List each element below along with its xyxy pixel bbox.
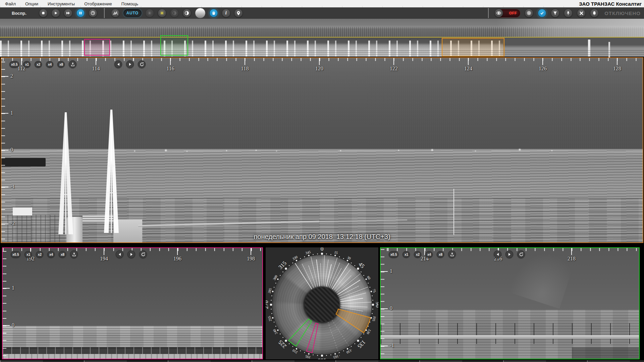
compass-dot: [365, 279, 367, 280]
zoom-button-x0.5[interactable]: x0.5: [9, 61, 19, 68]
zoom-button-x2[interactable]: x2: [36, 251, 43, 258]
histogram-button[interactable]: [111, 9, 120, 17]
main-pan-right-button[interactable]: [126, 60, 134, 68]
ruler-minor-ticks: [1, 58, 643, 61]
zoom-button-x0.5[interactable]: x0.5: [11, 251, 20, 258]
pink-reset-button[interactable]: [139, 250, 147, 258]
pink-foreground: [3, 354, 262, 359]
ruler-label-198: 198: [243, 256, 259, 262]
timeline-strip[interactable]: [0, 360, 644, 362]
location-pin-icon: [236, 11, 241, 16]
green-reset-button[interactable]: [517, 250, 525, 258]
info-button[interactable]: i: [222, 9, 230, 17]
green-pan-left-button[interactable]: [494, 250, 501, 258]
compass-panel[interactable]: 0153045607590105120135150165180195210225…: [266, 247, 378, 359]
compass-label-270: 270: [266, 300, 269, 309]
scale-major-tick: [1, 224, 8, 224]
zoom-button-x2[interactable]: x2: [35, 61, 42, 68]
zoom-button-x2[interactable]: x2: [414, 251, 421, 258]
brightness-low-icon: [147, 11, 152, 15]
arrow-left-icon: [116, 62, 120, 66]
gamma-gradient-button[interactable]: [195, 8, 206, 18]
pink-thermal-view[interactable]: 192194196198 10 x0.5x1x2x4x8: [2, 247, 263, 359]
pause-button[interactable]: [76, 9, 85, 17]
main-camera-selection-box[interactable]: [442, 38, 504, 57]
zoom-button-x1[interactable]: x1: [23, 61, 31, 68]
pan-hand-button[interactable]: [209, 9, 218, 17]
playback-group: [39, 9, 97, 17]
history-clock-button[interactable]: [89, 9, 97, 17]
compass-dot: [277, 329, 279, 331]
menu-item-0[interactable]: Файл: [5, 1, 20, 6]
stop-button[interactable]: [39, 9, 48, 17]
menu-item-2[interactable]: Инструменты: [48, 1, 79, 6]
pink-pan-right-button[interactable]: [127, 250, 135, 258]
filter-button[interactable]: [551, 9, 559, 17]
scale-major-tick: [1, 113, 8, 114]
flare-streak: [323, 255, 325, 286]
eye-toggle-button[interactable]: [494, 9, 503, 17]
fov-wedge-green-fov[interactable]: [288, 319, 312, 346]
green-export-button[interactable]: [448, 250, 456, 258]
zoom-button-x8[interactable]: x8: [59, 251, 66, 258]
close-view-button[interactable]: [577, 9, 586, 17]
zoom-button-x4[interactable]: x4: [47, 251, 55, 258]
compass-dot: [282, 337, 283, 338]
location-button[interactable]: [234, 9, 243, 17]
menu-item-4[interactable]: Помощь: [121, 1, 143, 6]
brightness-down-button[interactable]: [145, 9, 154, 17]
auto-exposure-button[interactable]: AUTO: [123, 9, 142, 17]
ruler-label-196: 196: [169, 256, 185, 262]
ruler-major-tick: [468, 58, 469, 65]
fov-wedge-pink-fov[interactable]: [307, 323, 318, 353]
compass-dot: [354, 265, 355, 266]
green-camera-selection-box[interactable]: [160, 35, 188, 56]
menu-item-1[interactable]: Опции: [25, 1, 43, 6]
brightness-up-button[interactable]: [158, 9, 166, 17]
toolbar-divider-right: [488, 8, 489, 18]
zoom-button-x1[interactable]: x1: [402, 251, 410, 258]
fast-forward-button[interactable]: [64, 9, 72, 17]
zoom-button-x4[interactable]: x4: [46, 61, 53, 68]
compass-dot: [313, 254, 314, 255]
contrast-up-button[interactable]: [182, 9, 191, 17]
visibility-toggle[interactable]: OFF: [496, 9, 520, 17]
right-toolbar-group: OFF ОТКЛЮЧЕ: [488, 7, 644, 19]
panorama-visible-strip[interactable]: [0, 19, 644, 37]
compass-label-150: 150: [346, 349, 352, 354]
arrow-right-icon: [507, 252, 512, 256]
flare-streak: [340, 306, 368, 307]
compass-dot: [300, 258, 301, 259]
main-reset-button[interactable]: [138, 60, 146, 68]
green-pipeline-band: [381, 335, 639, 339]
green-pan-right-button[interactable]: [505, 250, 513, 258]
scale-label-0: 0: [12, 322, 14, 328]
compass-dot: [372, 304, 374, 306]
pink-camera-selection-box[interactable]: [84, 39, 110, 56]
compass-dot: [274, 322, 275, 323]
compass-dot: [330, 354, 331, 355]
contrast-down-button[interactable]: [170, 9, 179, 17]
compass-dot: [343, 350, 344, 351]
compass-dot: [271, 300, 272, 301]
confirm-button[interactable]: [538, 9, 546, 17]
main-export-button[interactable]: [69, 60, 76, 68]
zoom-button-x1[interactable]: x1: [24, 251, 32, 258]
zoom-button-x8[interactable]: x8: [57, 61, 65, 68]
fov-wedge-main-fov[interactable]: [336, 309, 370, 333]
alarm-button[interactable]: [590, 9, 599, 17]
pink-export-button[interactable]: [70, 250, 78, 258]
main-pan-left-button[interactable]: [114, 60, 122, 68]
scale-major-tick: [381, 346, 388, 346]
green-thermal-view[interactable]: 214216218 10-1 x0.5x1x2x4x8: [380, 247, 640, 359]
zoom-button-x8[interactable]: x8: [437, 251, 444, 258]
menu-item-3[interactable]: Отображение: [84, 1, 117, 6]
zoom-button-x0.5[interactable]: x0.5: [389, 251, 398, 258]
main-thermal-view[interactable]: 112114116118120122124126128 210-1-2 x0.5…: [1, 57, 643, 243]
pink-pan-left-button[interactable]: [116, 250, 123, 258]
zoom-button-x4[interactable]: x4: [425, 251, 433, 258]
toolbar-divider: [104, 8, 105, 18]
target-button[interactable]: [525, 9, 533, 17]
pin-view-button[interactable]: [564, 9, 573, 17]
play-button[interactable]: [51, 9, 60, 17]
